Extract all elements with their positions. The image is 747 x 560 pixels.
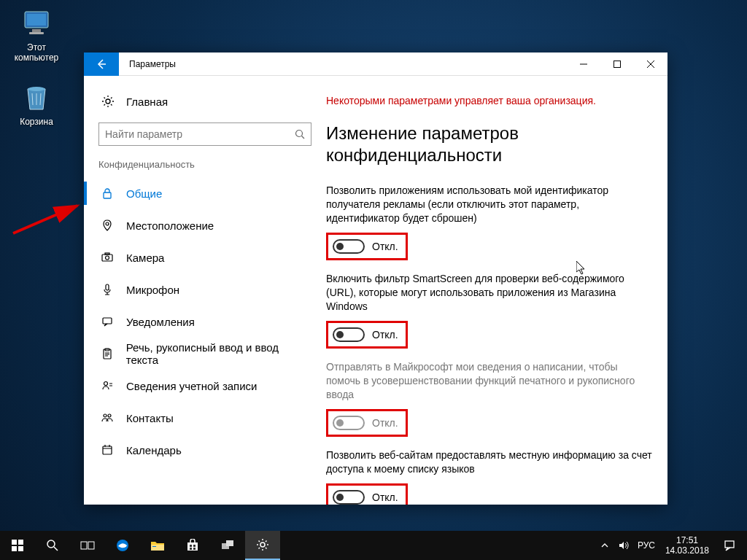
svg-rect-48: [193, 548, 196, 550]
svg-rect-44: [187, 542, 198, 551]
nav-item-label: Микрофон: [126, 284, 179, 296]
action-center-button[interactable]: [715, 531, 744, 560]
nav-item-camera[interactable]: Камера: [84, 241, 326, 273]
clipboard-icon: [101, 348, 115, 359]
nav-item-label: Камера: [126, 252, 164, 264]
minimize-button[interactable]: [567, 52, 600, 76]
folder-icon: [150, 540, 165, 551]
lock-icon: [101, 187, 115, 199]
svg-rect-3: [29, 32, 44, 34]
svg-point-15: [106, 256, 109, 260]
svg-rect-50: [226, 540, 233, 546]
toggle-row: Откл.: [326, 483, 408, 505]
desktop: Этот компьютер Корзина: [0, 0, 747, 560]
nav-item-label: Местоположение: [126, 219, 214, 232]
back-button[interactable]: [84, 52, 119, 76]
svg-point-28: [108, 414, 111, 417]
org-managed-banner: Некоторыми параметрами управляет ваша ор…: [326, 95, 653, 106]
annotation-arrow: [6, 197, 86, 241]
toggle-label: Откл.: [372, 417, 398, 429]
search-box[interactable]: [98, 122, 311, 146]
desktop-icon-computer[interactable]: Этот компьютер: [9, 7, 64, 63]
nav-item-calendar[interactable]: Календарь: [84, 434, 326, 466]
svg-rect-40: [88, 542, 94, 549]
task-view-button[interactable]: [70, 531, 105, 560]
tray-show-hidden[interactable]: [595, 531, 614, 560]
taskbar-search[interactable]: [35, 531, 70, 560]
notification-icon: [724, 540, 735, 551]
camera-icon: [101, 252, 115, 263]
taskbar-app-edge[interactable]: [105, 531, 140, 560]
nav-home[interactable]: Главная: [84, 90, 326, 112]
toggle-switch[interactable]: [333, 327, 365, 342]
toggle-row: Откл.: [326, 321, 408, 349]
tray-language[interactable]: РУС: [633, 540, 659, 551]
svg-rect-47: [190, 548, 192, 550]
taskbar-app-settings[interactable]: [245, 531, 280, 560]
task-view-icon: [80, 540, 95, 551]
nav-item-speech-typing[interactable]: Речь, рукописный ввод и ввод текста: [84, 338, 326, 370]
window-title: Параметры: [129, 59, 176, 69]
maximize-icon: [614, 61, 621, 68]
tray-clock[interactable]: 17:51 14.03.2018: [659, 535, 715, 556]
nav-item-label: Речь, рукописный ввод и ввод текста: [126, 341, 311, 366]
nav-item-microphone[interactable]: Микрофон: [84, 273, 326, 306]
svg-line-11: [302, 136, 305, 139]
svg-rect-46: [193, 545, 196, 547]
svg-rect-1: [27, 14, 46, 26]
tray-volume[interactable]: [614, 531, 633, 560]
toggle-switch[interactable]: [333, 239, 365, 254]
left-nav: Главная Конфиденциальность Общие: [84, 76, 326, 505]
svg-rect-45: [190, 545, 192, 547]
toggle-switch[interactable]: [333, 490, 365, 505]
svg-rect-35: [12, 546, 17, 551]
toggle-switch: [333, 416, 365, 430]
svg-rect-43: [152, 546, 156, 547]
settings-window: Параметры Главная: [84, 52, 667, 505]
start-button[interactable]: [0, 531, 35, 560]
svg-rect-18: [103, 318, 112, 324]
svg-rect-36: [18, 546, 23, 551]
svg-point-27: [104, 414, 107, 417]
settings-content: Некоторыми параметрами управляет ваша ор…: [326, 76, 667, 505]
search-input[interactable]: [105, 128, 295, 140]
svg-rect-8: [614, 61, 621, 67]
svg-rect-16: [105, 253, 109, 254]
toggle-label: Откл.: [372, 491, 398, 503]
nav-item-notifications[interactable]: Уведомления: [84, 306, 326, 338]
nav-home-label: Главная: [126, 96, 168, 108]
recycle-bin-icon: [20, 82, 53, 114]
windows-icon: [12, 540, 23, 551]
close-button[interactable]: [634, 52, 667, 76]
volume-icon: [619, 540, 629, 551]
svg-rect-33: [12, 540, 17, 545]
taskbar-app-unknown[interactable]: [210, 531, 245, 560]
computer-icon: [20, 7, 53, 39]
store-icon: [186, 539, 199, 552]
setting-description: Позволить приложениям использовать мой и…: [326, 184, 653, 225]
nav-item-location[interactable]: Местоположение: [84, 209, 326, 241]
tray-time: 17:51: [665, 535, 709, 545]
nav-item-contacts[interactable]: Контакты: [84, 402, 326, 434]
nav-section-title: Конфиденциальность: [84, 159, 326, 177]
contacts-icon: [101, 412, 115, 424]
setting-description: Позволить веб-сайтам предоставлять местн…: [326, 448, 653, 476]
setting-smartscreen: Включить фильтр SmartScreen для проверки…: [326, 272, 653, 349]
notifications-icon: [101, 316, 115, 327]
svg-point-10: [296, 131, 303, 137]
system-tray: РУС 17:51 14.03.2018: [595, 531, 747, 560]
close-icon: [647, 61, 654, 68]
desktop-icon-recycle-bin[interactable]: Корзина: [9, 82, 64, 127]
chevron-up-icon: [601, 542, 608, 549]
svg-point-24: [104, 382, 108, 386]
maximize-button[interactable]: [600, 52, 634, 76]
taskbar-app-explorer[interactable]: [140, 531, 175, 560]
desktop-icon-label: Этот компьютер: [9, 42, 64, 63]
taskbar-app-store[interactable]: [175, 531, 210, 560]
setting-website-languages: Позволить веб-сайтам предоставлять местн…: [326, 448, 653, 505]
gear-icon: [256, 538, 269, 551]
app-icon: [220, 539, 235, 552]
nav-item-account-info[interactable]: Сведения учетной записи: [84, 370, 326, 402]
setting-advertising-id: Позволить приложениям использовать мой и…: [326, 184, 653, 260]
nav-item-general[interactable]: Общие: [84, 177, 326, 209]
